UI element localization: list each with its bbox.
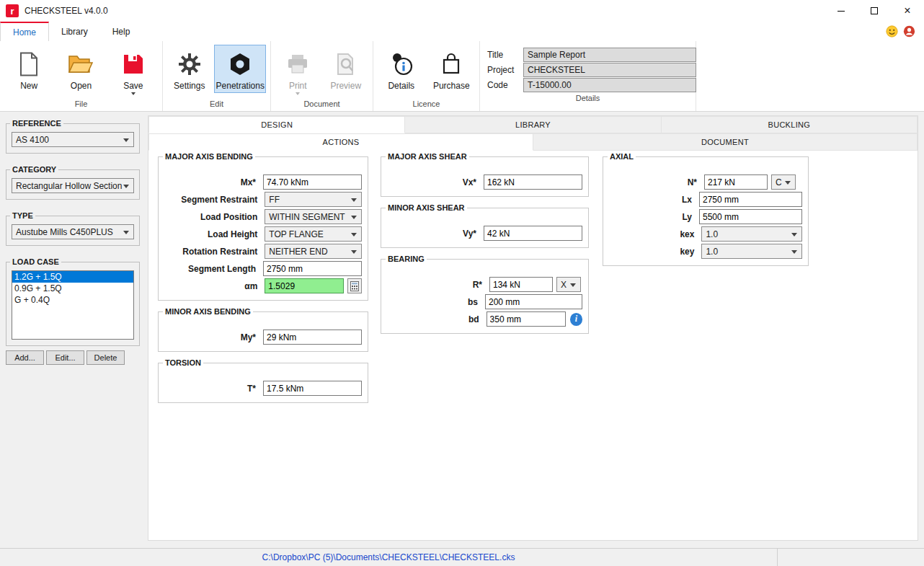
load-case-list[interactable]: 1.2G + 1.5Q 0.9G + 1.5Q G + 0.4Q — [12, 270, 134, 340]
rotation-restraint-select[interactable]: NEITHER END — [265, 244, 362, 259]
alpha-m-input[interactable] — [265, 278, 344, 293]
mx-input[interactable] — [263, 174, 362, 190]
save-button[interactable]: Save — [111, 45, 156, 97]
ribbon-group-licence: Details Purchase Licence — [373, 41, 480, 111]
load-height-value: TOP FLANGE — [269, 229, 324, 239]
group-minor-axis-shear: MINOR AXIS SHEAR Vy* — [381, 208, 589, 248]
n-type-select[interactable]: C — [771, 174, 796, 190]
tab-buckling[interactable]: BUCKLING — [662, 116, 918, 133]
save-dropdown-icon[interactable] — [131, 92, 136, 95]
bd-label: bd — [387, 314, 479, 324]
load-height-select[interactable]: TOP FLANGE — [265, 226, 362, 242]
account-icon[interactable] — [903, 25, 915, 37]
mx-row: Mx* — [164, 174, 362, 190]
vx-row: Vx* — [387, 174, 582, 190]
alpha-m-row: αm — [164, 278, 362, 293]
purchase-button[interactable]: Purchase — [429, 45, 474, 93]
category-select[interactable]: Rectangular Hollow Section — [12, 178, 134, 193]
close-button[interactable]: × — [891, 0, 924, 22]
lx-label: Lx — [609, 195, 692, 205]
add-load-case-button[interactable]: Add... — [6, 350, 44, 365]
tab-design[interactable]: DESIGN — [148, 116, 405, 133]
kex-select[interactable]: 1.0 — [701, 226, 802, 242]
info-icon: i — [575, 314, 577, 324]
type-select[interactable]: Austube Mills C450PLUS — [12, 224, 134, 239]
load-position-select[interactable]: WITHIN SEGMENT — [265, 209, 362, 224]
type-group-title: TYPE — [10, 211, 35, 220]
open-folder-icon — [68, 48, 94, 80]
r-input[interactable] — [489, 277, 553, 292]
ly-input[interactable] — [699, 209, 802, 224]
feedback-smiley-icon[interactable] — [886, 25, 898, 37]
edit-load-case-button[interactable]: Edit... — [46, 350, 84, 365]
bs-input[interactable] — [485, 294, 582, 309]
my-input[interactable] — [263, 330, 362, 345]
ribbon-tab-help[interactable]: Help — [100, 22, 143, 41]
preview-button: Preview — [324, 45, 368, 93]
t-row: T* — [164, 381, 362, 396]
tab-actions[interactable]: ACTIONS — [148, 133, 533, 151]
title-field[interactable]: Sample Report — [523, 48, 696, 62]
load-case-item[interactable]: 0.9G + 1.5Q — [12, 283, 133, 294]
ribbon-group-licence-body: Details Purchase — [376, 43, 476, 98]
reference-select[interactable]: AS 4100 — [12, 132, 134, 147]
details-button[interactable]: Details — [379, 45, 424, 93]
key-select[interactable]: 1.0 — [701, 244, 802, 259]
segment-length-input[interactable] — [263, 261, 362, 276]
save-floppy-icon — [123, 48, 144, 80]
rotation-restraint-value: NEITHER END — [269, 247, 327, 257]
segment-restraint-value: FF — [269, 195, 280, 205]
segment-restraint-row: Segment Restraint FF — [164, 192, 362, 207]
new-document-icon — [18, 48, 40, 80]
minimize-button[interactable] — [825, 0, 858, 22]
vy-input[interactable] — [484, 226, 582, 241]
minor-axis-bending-title: MINOR AXIS BENDING — [163, 307, 253, 316]
project-field[interactable]: CHECKSTEEL — [523, 63, 696, 77]
key-value: 1.0 — [706, 247, 718, 257]
print-dropdown-icon — [296, 92, 300, 95]
ribbon-group-details: Title Sample Report Project CHECKSTEEL C… — [480, 41, 696, 111]
kex-label: kex — [609, 229, 694, 239]
chevron-down-icon — [351, 233, 357, 236]
open-button[interactable]: Open — [58, 45, 103, 93]
alpha-m-calculator-button[interactable] — [347, 278, 362, 293]
reference-group-title: REFERENCE — [10, 119, 63, 128]
settings-button[interactable]: Settings — [167, 45, 212, 93]
ribbon-tab-library[interactable]: Library — [49, 22, 100, 41]
major-axis-shear-title: MAJOR AXIS SHEAR — [386, 152, 469, 161]
vx-input[interactable] — [484, 174, 582, 190]
lx-input[interactable] — [699, 192, 802, 207]
load-case-item[interactable]: G + 0.4Q — [12, 294, 133, 306]
chevron-down-icon — [351, 198, 357, 202]
app-logo-glyph: r — [10, 6, 14, 17]
segment-restraint-select[interactable]: FF — [265, 192, 362, 207]
alpha-m-label: αm — [164, 281, 257, 291]
r-axis-select[interactable]: X — [556, 277, 581, 292]
penetrations-button[interactable]: Penetrations — [214, 45, 266, 93]
main-tab-bar: DESIGN LIBRARY BUCKLING — [148, 116, 918, 133]
ribbon-group-file-body: New Open Sa — [3, 43, 159, 98]
ribbon-group-document-body: Print Preview — [274, 43, 370, 98]
ribbon-group-document: Print Preview Document — [271, 41, 373, 111]
ribbon-group-edit: Settings Penetrations Edit — [163, 41, 271, 111]
ribbon-group-details-label: Details — [483, 92, 693, 105]
close-icon: × — [904, 5, 910, 17]
vx-label: Vx* — [387, 177, 476, 187]
tab-document[interactable]: DOCUMENT — [533, 133, 918, 151]
code-field[interactable]: T-15000.00 — [523, 78, 696, 92]
new-button-label: New — [20, 81, 37, 91]
new-button[interactable]: New — [6, 45, 51, 93]
bd-input[interactable] — [487, 311, 566, 327]
rotation-restraint-row: Rotation Restraint NEITHER END — [164, 244, 362, 259]
t-label: T* — [164, 384, 256, 394]
n-input[interactable] — [704, 174, 768, 190]
tab-library[interactable]: LIBRARY — [405, 116, 661, 133]
maximize-button[interactable] — [858, 0, 891, 22]
menu-icons — [886, 22, 924, 41]
t-input[interactable] — [263, 381, 362, 396]
delete-load-case-button[interactable]: Delete — [86, 350, 125, 365]
window-controls: × — [825, 0, 924, 22]
load-case-item[interactable]: 1.2G + 1.5Q — [12, 271, 133, 283]
bd-info-button[interactable]: i — [570, 313, 582, 326]
ribbon-tab-home[interactable]: Home — [0, 22, 49, 41]
